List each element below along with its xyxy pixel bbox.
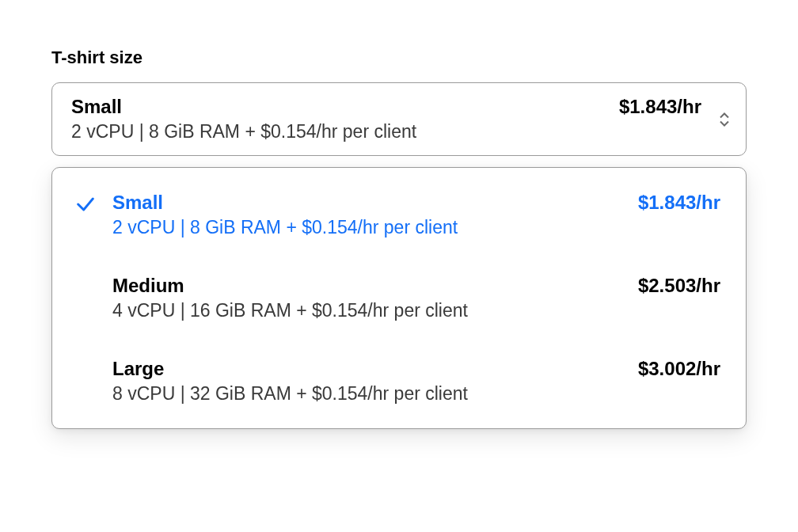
option-name: Medium [112, 275, 184, 297]
size-dropdown-panel: Small $1.843/hr 2 vCPU | 8 GiB RAM + $0.… [51, 167, 747, 429]
size-select-trigger[interactable]: Small $1.843/hr 2 vCPU | 8 GiB RAM + $0.… [51, 82, 747, 156]
option-specs: 4 vCPU | 16 GiB RAM + $0.154/hr per clie… [112, 300, 720, 321]
selected-name: Small [71, 96, 122, 118]
selected-specs: 2 vCPU | 8 GiB RAM + $0.154/hr per clien… [71, 121, 701, 142]
selected-price: $1.843/hr [619, 96, 701, 118]
option-name: Large [112, 358, 164, 380]
option-price: $2.503/hr [638, 275, 720, 297]
option-medium[interactable]: Medium $2.503/hr 4 vCPU | 16 GiB RAM + $… [52, 265, 746, 331]
option-large[interactable]: Large $3.002/hr 8 vCPU | 32 GiB RAM + $0… [52, 348, 746, 414]
field-label: T-shirt size [51, 48, 747, 68]
check-icon [74, 193, 97, 215]
option-specs: 2 vCPU | 8 GiB RAM + $0.154/hr per clien… [112, 217, 720, 238]
chevrons-up-down-icon [719, 112, 730, 127]
option-small[interactable]: Small $1.843/hr 2 vCPU | 8 GiB RAM + $0.… [52, 182, 746, 248]
option-specs: 8 vCPU | 32 GiB RAM + $0.154/hr per clie… [112, 383, 720, 405]
option-price: $1.843/hr [638, 192, 720, 214]
option-price: $3.002/hr [638, 358, 720, 380]
option-name: Small [112, 192, 163, 214]
